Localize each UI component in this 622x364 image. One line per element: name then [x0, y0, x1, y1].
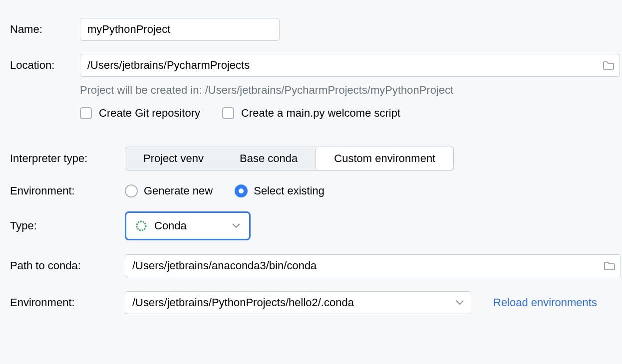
path-to-conda-input[interactable] [125, 254, 621, 277]
radio-circle [125, 184, 138, 197]
reload-environments-link[interactable]: Reload environments [493, 296, 597, 309]
name-row: Name: [10, 18, 612, 41]
checkboxes-row: Create Git repository Create a main.py w… [10, 107, 612, 120]
environment-label: Environment: [10, 184, 125, 197]
location-label: Location: [10, 59, 80, 72]
checkbox-box [80, 107, 92, 119]
location-row: Location: [10, 54, 612, 77]
environment-path-label: Environment: [10, 296, 125, 309]
type-value: Conda [154, 219, 187, 232]
name-input[interactable] [80, 18, 280, 41]
path-to-conda-label: Path to conda: [10, 259, 125, 272]
radio-generate-new[interactable]: Generate new [125, 184, 213, 197]
interpreter-type-row: Interpreter type: Project venv Base cond… [10, 147, 612, 171]
tab-base-conda[interactable]: Base conda [222, 147, 315, 170]
conda-icon [135, 220, 147, 232]
radio-circle [235, 184, 248, 197]
tab-custom-environment[interactable]: Custom environment [315, 147, 454, 170]
create-git-checkbox[interactable]: Create Git repository [80, 107, 200, 120]
checkbox-label: Create a main.py welcome script [241, 107, 400, 120]
location-input[interactable] [80, 54, 620, 77]
new-project-form: Name: Location: Project will be created … [0, 0, 622, 345]
environment-value: /Users/jetbrains/PythonProjects/hello2/.… [132, 296, 354, 309]
hint-row: Project will be created in: /Users/jetbr… [10, 84, 612, 97]
tab-project-venv[interactable]: Project venv [125, 147, 222, 170]
interpreter-type-label: Interpreter type: [10, 152, 125, 165]
project-path-hint: Project will be created in: /Users/jetbr… [80, 84, 453, 97]
create-mainpy-checkbox[interactable]: Create a main.py welcome script [222, 107, 400, 120]
checkbox-label: Create Git repository [99, 107, 200, 120]
type-dropdown[interactable]: Conda [125, 211, 251, 240]
environment-mode-row: Environment: Generate new Select existin… [10, 184, 612, 197]
radio-label: Generate new [144, 184, 213, 197]
environment-path-row: Environment: /Users/jetbrains/PythonProj… [10, 291, 612, 314]
chevron-down-icon [456, 300, 464, 305]
chevron-down-icon [232, 223, 240, 228]
radio-select-existing[interactable]: Select existing [235, 184, 324, 197]
name-label: Name: [10, 23, 80, 36]
interpreter-type-segmented: Project venv Base conda Custom environme… [125, 147, 454, 171]
type-label: Type: [10, 219, 125, 232]
type-row: Type: Conda [10, 211, 612, 240]
path-to-conda-row: Path to conda: [10, 254, 612, 277]
radio-label: Select existing [254, 184, 324, 197]
svg-point-0 [137, 221, 146, 230]
environment-dropdown[interactable]: /Users/jetbrains/PythonProjects/hello2/.… [125, 291, 471, 314]
checkbox-box [222, 107, 234, 119]
